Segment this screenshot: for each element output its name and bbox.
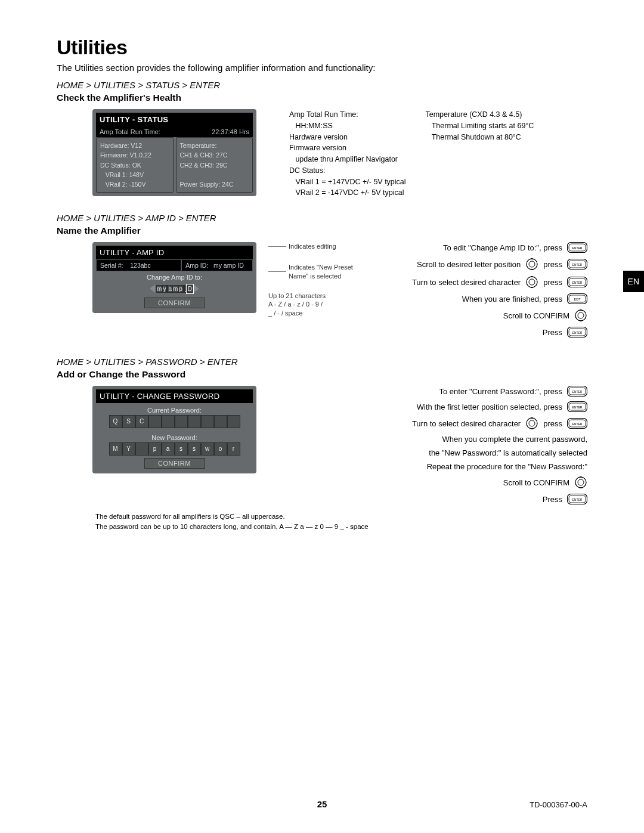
arrow-right-icon[interactable] — [194, 284, 199, 293]
char-cell[interactable]: r — [227, 442, 240, 456]
lcd-status-panel: UTILITY - STATUS Amp Total Run Time: 22:… — [92, 109, 256, 196]
char-cell[interactable] — [214, 415, 227, 428]
char-cell[interactable] — [227, 415, 240, 428]
char-cell[interactable] — [135, 442, 148, 456]
arrow-left-icon[interactable] — [150, 284, 155, 293]
char-cell[interactable]: o — [214, 442, 227, 456]
svg-text:ENTER: ENTER — [572, 281, 583, 284]
char-cell[interactable]: M — [109, 442, 122, 456]
enter-button-icon: ENTER — [567, 277, 587, 287]
char-cell[interactable]: I — [184, 285, 187, 293]
dial-icon — [525, 275, 538, 289]
enter-button-icon: ENTER — [567, 327, 587, 337]
char-cell[interactable]: p — [148, 442, 162, 456]
dial-icon — [525, 258, 538, 271]
char-cell[interactable]: w — [201, 442, 214, 456]
svg-point-16 — [575, 310, 586, 321]
lcd-ampid-cell: Amp ID: my amp ID — [181, 259, 253, 271]
dial-icon — [574, 309, 587, 322]
lcd-password-panel: UTILITY - CHANGE PASSWORD Current Passwo… — [92, 386, 256, 473]
char-cell[interactable] — [175, 415, 188, 428]
enter-button-icon: ENTER — [567, 259, 587, 270]
breadcrumb-ampid: HOME > UTILITIES > AMP ID > ENTER — [57, 213, 587, 223]
char-cell[interactable]: a — [168, 285, 172, 293]
breadcrumb-status: HOME > UTILITIES > STATUS > ENTER — [57, 80, 587, 90]
new-password-label: New Password: — [96, 431, 253, 442]
svg-point-4 — [529, 261, 535, 267]
char-cell[interactable]: m — [156, 285, 162, 293]
svg-point-32 — [575, 477, 586, 488]
enter-button-icon: ENTER — [567, 386, 587, 397]
char-cell[interactable]: p — [178, 285, 183, 293]
char-cell[interactable] — [188, 415, 201, 428]
lcd-status-title: UTILITY - STATUS — [96, 113, 253, 126]
current-password-label: Current Password: — [96, 403, 253, 415]
svg-text:EXIT: EXIT — [574, 298, 580, 301]
status-info-text: Amp Total Run Time: HH:MM:SSHardware ver… — [289, 109, 556, 199]
svg-text:ENTER: ENTER — [572, 405, 583, 409]
subhead-ampid: Name the Amplifier — [57, 225, 587, 236]
char-cell[interactable]: s — [175, 442, 188, 456]
subhead-password: Add or Change the Password — [57, 369, 587, 380]
svg-text:ENTER: ENTER — [572, 390, 583, 394]
char-cell[interactable]: m — [172, 285, 178, 293]
lcd-ampid-title: UTILITY - AMP ID — [96, 246, 253, 259]
lcd-status-left-col: Hardware: V12Firmware: V1.0.22DC Status:… — [96, 137, 174, 193]
dial-icon — [574, 476, 587, 489]
char-cell[interactable]: S — [122, 415, 135, 428]
char-cell[interactable]: Q — [109, 415, 122, 428]
char-cell[interactable]: D — [187, 285, 193, 293]
char-cell[interactable] — [148, 415, 162, 428]
char-cell[interactable]: Y — [122, 442, 135, 456]
current-password-cells[interactable]: QSC — [96, 415, 253, 428]
char-cell[interactable] — [201, 415, 214, 428]
svg-text:ENTER: ENTER — [572, 246, 583, 250]
page-title: Utilities — [57, 36, 587, 59]
lcd-change-label: Change Amp ID to: — [96, 271, 253, 282]
lcd-ampid-panel: UTILITY - AMP ID Serial #: 123abc Amp ID… — [92, 242, 256, 313]
svg-point-33 — [578, 479, 584, 485]
breadcrumb-password: HOME > UTILITIES > PASSWORD > ENTER — [57, 357, 587, 367]
language-tab: EN — [623, 271, 644, 292]
enter-button-icon: ENTER — [567, 401, 587, 412]
lcd-password-title: UTILITY - CHANGE PASSWORD — [96, 389, 253, 403]
enter-button-icon: ENTER — [567, 418, 587, 429]
char-cell[interactable]: C — [135, 415, 148, 428]
char-strip-ampid[interactable]: myampID — [96, 283, 253, 294]
svg-text:ENTER: ENTER — [572, 331, 583, 335]
password-instructions: To enter "Current Password:", pressENTER… — [412, 386, 587, 509]
doc-id: TD-000367-00-A — [530, 800, 587, 809]
char-cell[interactable] — [162, 415, 175, 428]
char-cell[interactable]: s — [188, 442, 201, 456]
password-footnotes: The default password for all amplifiers … — [95, 512, 587, 531]
subhead-status: Check the Amplifier's Health — [57, 92, 587, 103]
svg-point-3 — [527, 259, 537, 270]
confirm-button[interactable]: CONFIRM — [144, 298, 205, 308]
ampid-instructions: To edit "Change Amp ID to:", pressENTERS… — [412, 242, 587, 342]
svg-text:ENTER: ENTER — [572, 498, 583, 501]
intro-text: The Utilities section provides the follo… — [57, 63, 587, 73]
enter-button-icon: ENTER — [567, 494, 587, 504]
svg-point-17 — [578, 312, 584, 318]
new-password-cells[interactable]: MYpasswor — [96, 442, 253, 456]
ampid-callouts: Indicates editing Indicates "New Preset … — [268, 242, 354, 318]
svg-point-9 — [529, 279, 535, 285]
svg-point-27 — [527, 418, 537, 429]
svg-point-28 — [529, 420, 535, 426]
lcd-runtime-row: Amp Total Run Time: 22:37:48 Hrs — [96, 126, 253, 137]
svg-text:ENTER: ENTER — [572, 422, 583, 426]
exit-button-icon: EXIT — [567, 293, 587, 304]
svg-text:ENTER: ENTER — [572, 263, 583, 267]
char-cell[interactable]: a — [162, 442, 175, 456]
lcd-status-right-col: Temperature:CH1 & CH3: 27CCH2 & CH3: 29C… — [176, 137, 253, 193]
enter-button-icon: ENTER — [567, 242, 587, 253]
confirm-button[interactable]: CONFIRM — [144, 458, 205, 469]
svg-point-8 — [527, 277, 537, 287]
dial-icon — [525, 417, 538, 430]
lcd-serial-cell: Serial #: 123abc — [96, 259, 181, 271]
